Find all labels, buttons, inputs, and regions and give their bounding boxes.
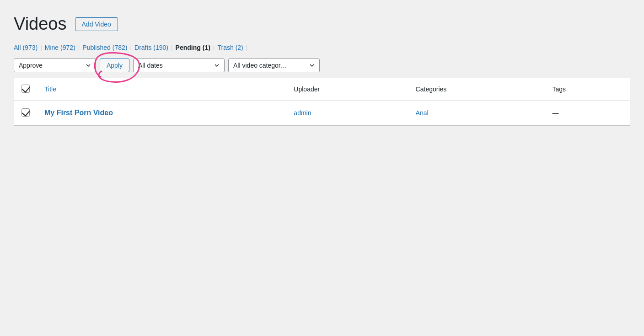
sep-3: | xyxy=(130,44,132,51)
col-header-title[interactable]: Title xyxy=(37,78,286,101)
sep-4: | xyxy=(171,44,173,51)
filter-pending: Pending (1) xyxy=(176,44,210,51)
row-categories-cell: Anal xyxy=(408,101,545,125)
filter-drafts-link[interactable]: Drafts (190) xyxy=(134,44,168,51)
table-wrapper: Title Uploader Categories Tags My First … xyxy=(14,72,630,126)
video-title-link[interactable]: My First Porn Video xyxy=(44,109,113,117)
filter-published-link[interactable]: Published (782) xyxy=(82,44,127,51)
add-video-button[interactable]: Add Video xyxy=(75,17,118,31)
filter-mine: Mine (972) xyxy=(45,44,75,51)
sep-1: | xyxy=(40,44,42,51)
filter-published: Published (782) xyxy=(82,44,127,51)
row-title-cell: My First Porn Video xyxy=(37,101,286,125)
sep-2: | xyxy=(78,44,80,51)
videos-table: Title Uploader Categories Tags My First … xyxy=(14,78,630,126)
filter-all-link[interactable]: All (973) xyxy=(14,44,38,51)
table-row: My First Porn Video admin Anal — xyxy=(14,101,630,125)
select-all-checkbox[interactable] xyxy=(21,85,30,93)
row-tags-cell: — xyxy=(545,101,630,125)
uploader-link[interactable]: admin xyxy=(294,109,311,117)
apply-button[interactable]: Apply xyxy=(100,59,129,72)
status-filters: All (973) | Mine (972) | Published (782)… xyxy=(14,44,630,51)
col-header-categories: Categories xyxy=(408,78,545,101)
col-header-check xyxy=(14,78,38,101)
row-checkbox[interactable] xyxy=(21,108,30,117)
sep-5: | xyxy=(213,44,215,51)
page-header: Videos Add Video xyxy=(14,14,630,35)
category-filter-select[interactable]: All video categor… xyxy=(228,59,320,72)
sep-6: | xyxy=(246,44,248,51)
page-title: Videos xyxy=(14,14,67,35)
filter-all: All (973) xyxy=(14,44,38,51)
toolbar: Approve Apply All dates All video catego… xyxy=(14,59,630,72)
col-header-tags: Tags xyxy=(545,78,630,101)
bulk-action-select[interactable]: Approve xyxy=(14,59,96,72)
row-check-cell xyxy=(14,101,38,125)
row-uploader-cell: admin xyxy=(286,101,408,125)
page-wrapper: Videos Add Video All (973) | Mine (972) … xyxy=(0,0,644,139)
date-filter-select[interactable]: All dates xyxy=(133,59,225,72)
filter-trash: Trash (2) xyxy=(217,44,243,51)
filter-trash-link[interactable]: Trash (2) xyxy=(217,44,243,51)
filter-mine-link[interactable]: Mine (972) xyxy=(45,44,75,51)
col-header-uploader: Uploader xyxy=(286,78,408,101)
filter-pending-link[interactable]: Pending (1) xyxy=(176,44,210,51)
tags-value: — xyxy=(552,109,558,117)
apply-btn-wrapper: Apply xyxy=(100,59,129,72)
category-link[interactable]: Anal xyxy=(416,109,429,117)
filter-drafts: Drafts (190) xyxy=(134,44,168,51)
table-header-row: Title Uploader Categories Tags xyxy=(14,78,630,101)
